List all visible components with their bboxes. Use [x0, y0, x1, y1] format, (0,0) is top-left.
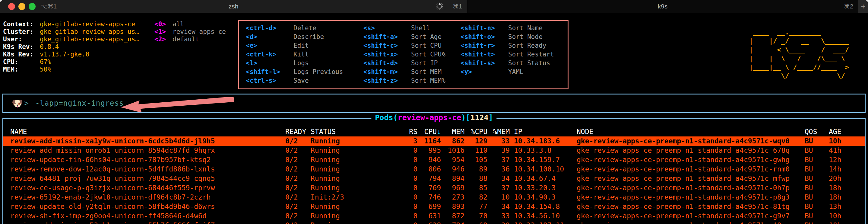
maximize-window-icon[interactable]: [29, 3, 36, 10]
filter-input[interactable]: -lapp=nginx-ingress: [35, 99, 124, 108]
title-suffix: ]: [489, 113, 493, 122]
keybinding-action: Delete: [293, 24, 316, 33]
pod-cell: 89: [464, 165, 487, 174]
pod-cell: 699: [417, 202, 441, 211]
column-header[interactable]: AGE: [829, 127, 863, 136]
pod-cell: 0/2: [285, 202, 311, 211]
k9s-screen: Context:gke-gitlab-review-apps-ce<0>allC…: [0, 13, 868, 224]
pod-cell: 10.34.100.10: [510, 165, 577, 174]
pod-cell: 20h: [829, 174, 863, 183]
info-value: gke-gitlab-review-apps-ce: [40, 21, 154, 28]
pod-cell: review-add-missin-onro61-unicorn-8594dc8…: [3, 146, 285, 155]
keybinding-row: <shift-c>Sort CPU: [364, 41, 461, 50]
keybinding-key: <shift-m>: [364, 67, 411, 76]
pod-row[interactable]: review-update-old-y2tqln-unicorn-58fb4d9…: [3, 202, 865, 211]
column-header[interactable]: IP: [510, 127, 577, 136]
keybinding-key: <shift-a>: [364, 33, 411, 41]
pod-cell: 0/2: [285, 183, 311, 193]
pod-cell: 0/2: [285, 165, 311, 174]
column-header[interactable]: RS: [404, 127, 417, 136]
tab-zsh[interactable]: ⌥⌘1 zsh: [0, 0, 467, 13]
info-value: gke_gitlab-review-apps_us…: [40, 28, 154, 36]
info-label: CPU:: [3, 58, 40, 66]
pod-cell: Running: [311, 155, 404, 165]
keybinding-action: Describe: [293, 33, 324, 41]
keybinding-row: <s>Shell: [364, 24, 461, 33]
tab-title: zsh: [228, 3, 239, 10]
pod-cell: 631: [417, 211, 441, 221]
cluster-info-row: Cluster:gke_gitlab-review-apps_us…<1>rev…: [3, 28, 226, 36]
keybinding-action: Sort Status: [508, 59, 550, 67]
pod-row[interactable]: review-64481-proj-7uw31q-unicorn-7984544…: [3, 174, 865, 183]
pod-cell: 18h: [829, 193, 863, 202]
pod-cell: 10.34.67.4: [510, 174, 577, 183]
pod-cell: 0/2: [285, 136, 311, 146]
column-header[interactable]: %MEM: [487, 127, 510, 136]
keybinding-action: Sort Age: [411, 33, 441, 41]
column-header[interactable]: READY: [285, 127, 311, 136]
keybinding-action: Kill: [293, 50, 309, 59]
pod-row[interactable]: review-remove-dow-12ac0q-unicorn-5d4ffd8…: [3, 165, 865, 174]
namespace-name: all: [173, 21, 184, 28]
pod-cell: 995: [417, 146, 441, 155]
pod-cell: 10.34.159.7: [510, 155, 577, 165]
pod-cell: 806: [417, 165, 441, 174]
pod-row[interactable]: review-sh-fix-imp-zg0oo4-unicorn-ff45864…: [3, 211, 865, 221]
pod-row-selected[interactable]: review-add-missin-xa1y9w-unicorn-6cdc5b4…: [3, 136, 865, 146]
pod-cell: 273: [441, 193, 464, 202]
pod-cell: 0/2: [285, 211, 311, 221]
column-header[interactable]: NODE: [577, 127, 805, 136]
window-controls: [8, 3, 36, 10]
namespace-hotkey[interactable]: <1>: [154, 28, 173, 36]
pod-row[interactable]: review-add-missin-e53yb1-unicorn-55b7fc5…: [3, 221, 865, 224]
new-tab-button[interactable]: +: [858, 0, 868, 13]
filter-bar: 🐶 > -lapp=nginx-ingress: [2, 93, 866, 113]
pod-cell: 946: [441, 165, 464, 174]
keybinding-action: Edit: [293, 41, 309, 50]
keybinding-row: <shift-x>Sort CPU%: [364, 50, 461, 59]
keybinding-row: <y>YAML: [461, 67, 568, 76]
column-header[interactable]: QOS: [805, 127, 829, 136]
pod-row[interactable]: review-add-missin-onro61-unicorn-8594dc8…: [3, 146, 865, 155]
column-header[interactable]: %CPU: [464, 127, 487, 136]
tab-k9s[interactable]: k9s ⌘2: [467, 0, 858, 13]
column-header[interactable]: STATUS: [311, 127, 404, 136]
pod-row[interactable]: review-ce-usage-p-q3izjx-unicorn-684d46f…: [3, 183, 865, 193]
title-mid: )[: [461, 113, 470, 122]
keybindings-column: <shift-n>Sort Name<shift-o>Sort Node<shi…: [461, 24, 568, 88]
keybinding-row: <d>Describe: [246, 33, 364, 41]
column-header[interactable]: NAME: [3, 127, 285, 136]
keybinding-action: Sort Node: [508, 33, 542, 41]
keybinding-key: <shift-d>: [364, 59, 411, 67]
cluster-info: Context:gke-gitlab-review-apps-ce<0>allC…: [3, 21, 226, 73]
keybindings-column: <ctrl-d>Delete<d>Describe<e>Edit<ctrl-k>…: [246, 24, 364, 88]
keybinding-action: Sort Restart: [508, 50, 554, 59]
keybinding-action: Save: [293, 76, 309, 85]
minimize-window-icon[interactable]: [19, 3, 25, 10]
close-window-icon[interactable]: [8, 3, 15, 10]
cluster-info-row: Context:gke-gitlab-review-apps-ce<0>all: [3, 21, 226, 28]
namespace-hotkey[interactable]: <2>: [154, 36, 173, 43]
namespace-name: review-apps-ce: [173, 28, 226, 36]
cluster-info-row: K8s Rev:v1.13.7-gke.8: [3, 51, 226, 58]
pod-cell: gke-review-apps-ce-preemp-n1-standard-a4…: [577, 183, 805, 193]
pod-cell: 37: [487, 183, 510, 193]
pod-cell: 70: [464, 211, 487, 221]
namespace-hotkey[interactable]: <0>: [154, 21, 173, 28]
column-header[interactable]: MEM: [441, 127, 464, 136]
pod-cell: gke-review-apps-ce-preemp-n1-standard-a4…: [577, 146, 805, 155]
column-header[interactable]: CPU↓: [417, 127, 441, 136]
pod-row[interactable]: review-update-fin-66hs04-unicorn-787b957…: [3, 155, 865, 165]
sort-arrow-icon: ↓: [437, 128, 441, 136]
info-value: gke_gitlab-review-apps_us…: [40, 36, 154, 43]
pod-row[interactable]: review-65192-enab-2jkwl8-unicorn-df964c8…: [3, 193, 865, 202]
pod-cell: 10: [487, 193, 510, 202]
keybinding-row: <ctrl-s>Save: [246, 76, 364, 85]
keybinding-row: <shift-l>Logs Previous: [246, 67, 364, 76]
info-value: 0.8.4: [40, 43, 154, 51]
keybinding-row: <l>Logs: [246, 59, 364, 67]
pod-cell: 628: [417, 221, 441, 224]
pod-cell: 946: [417, 155, 441, 165]
pod-cell: 0: [404, 155, 417, 165]
pod-cell: BU: [805, 202, 829, 211]
